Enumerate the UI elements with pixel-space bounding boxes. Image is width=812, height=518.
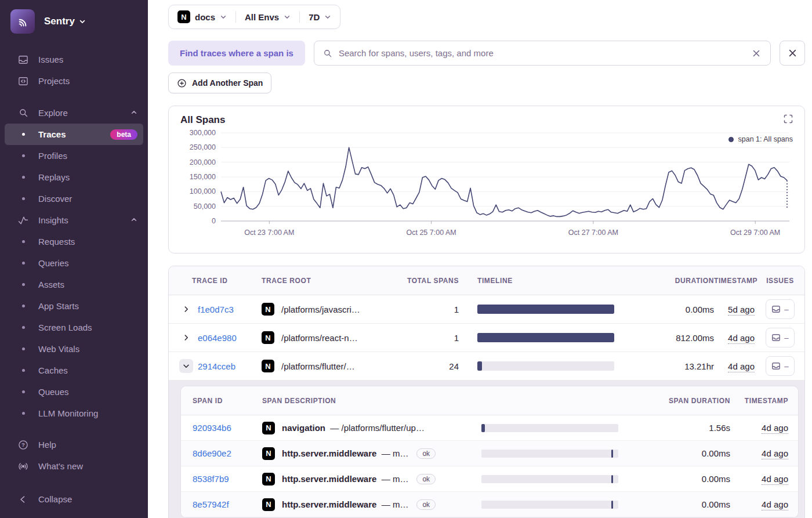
- sidebar-item-label: What's new: [38, 461, 83, 471]
- issues-icon: [771, 333, 781, 342]
- sidebar-item-queries[interactable]: Queries: [5, 252, 143, 274]
- sidebar-section-explore[interactable]: Explore: [5, 102, 143, 124]
- add-another-span-button[interactable]: Add Another Span: [168, 73, 271, 93]
- timestamp[interactable]: 4d ago: [728, 333, 755, 344]
- span-id-link[interactable]: 8538f7b9: [193, 474, 229, 484]
- svg-text:Oct 29 7:00 AM: Oct 29 7:00 AM: [730, 229, 780, 237]
- issues-button[interactable]: –: [766, 328, 795, 347]
- trace-root: /platforms/flutter/…: [281, 361, 355, 371]
- issues-count: –: [784, 305, 788, 314]
- project-selector[interactable]: N docs: [169, 10, 235, 23]
- sidebar-item-projects[interactable]: Projects: [5, 70, 143, 92]
- span-row: 8d6e90e2Nhttp.server.middleware — m…ok0.…: [181, 441, 798, 466]
- span-id-link[interactable]: 920934b6: [193, 423, 231, 433]
- bullet-icon: [17, 172, 29, 183]
- span-id-link[interactable]: 8d6e90e2: [193, 448, 231, 458]
- span-row: 8538f7b9Nhttp.server.middleware — m…ok0.…: [181, 466, 798, 492]
- col-trace-id: Trace ID: [169, 277, 262, 285]
- span-timestamp[interactable]: 4d ago: [762, 499, 788, 510]
- sidebar-item-app-starts[interactable]: App Starts: [5, 295, 143, 317]
- sidebar-item-queues[interactable]: Queues: [5, 381, 143, 403]
- timestamp[interactable]: 4d ago: [728, 361, 755, 372]
- trace-id-link[interactable]: f1e0d7c3: [198, 305, 234, 314]
- daterange-selector[interactable]: 7D: [300, 12, 340, 22]
- sidebar-item-caches[interactable]: Caches: [5, 360, 143, 381]
- broadcast-icon: [17, 461, 29, 472]
- fullscreen-icon: [784, 114, 793, 124]
- sidebar-item-web-vitals[interactable]: Web Vitals: [5, 338, 143, 360]
- sidebar-collapse[interactable]: Collapse: [5, 488, 143, 510]
- close-icon: [752, 49, 761, 58]
- span-description: http.server.middleware — m…: [282, 499, 408, 509]
- sidebar-item-discover[interactable]: Discover: [5, 188, 143, 209]
- svg-text:200,000: 200,000: [190, 158, 216, 166]
- sidebar-item-label: LLM Monitoring: [38, 408, 98, 418]
- remove-span-filter-button[interactable]: [780, 41, 805, 66]
- main-content: N docs All Envs 7D Find traces where a s…: [148, 0, 812, 518]
- span-id-link[interactable]: 8e57942f: [193, 499, 229, 509]
- bullet-icon: [17, 343, 29, 355]
- sidebar-item-label: Collapse: [38, 494, 72, 504]
- sidebar-section-insights[interactable]: Insights: [5, 209, 143, 231]
- chevron-down-icon: [220, 13, 227, 20]
- svg-text:300,000: 300,000: [190, 129, 216, 137]
- trace-id-link[interactable]: e064e980: [198, 333, 237, 343]
- bullet-icon: [17, 365, 29, 376]
- issues-icon: [17, 54, 29, 66]
- svg-text:?: ?: [21, 442, 25, 448]
- sidebar-item-issues[interactable]: Issues: [5, 49, 143, 70]
- span-timeline-bar: [481, 501, 618, 509]
- span-filter-row: Find traces where a span is: [168, 41, 805, 66]
- sidebar-item-screen-loads[interactable]: Screen Loads: [5, 317, 143, 338]
- clear-search-button[interactable]: [751, 48, 762, 59]
- trace-root: /platforms/javascri…: [281, 305, 360, 314]
- brand[interactable]: Sentry: [0, 9, 148, 34]
- sidebar-item-requests[interactable]: Requests: [5, 231, 143, 252]
- issues-count: –: [784, 362, 788, 371]
- issues-button[interactable]: –: [766, 356, 795, 376]
- span-search-input[interactable]: [339, 48, 745, 58]
- col-span-description: Span Description: [262, 397, 481, 405]
- sidebar-item-label: Issues: [38, 55, 63, 64]
- expand-trace-button[interactable]: [179, 331, 193, 345]
- sidebar-item-traces[interactable]: Tracesbeta: [5, 124, 143, 145]
- span-timestamp[interactable]: 4d ago: [762, 474, 788, 485]
- sidebar-item-profiles[interactable]: Profiles: [5, 145, 143, 166]
- bullet-icon: [17, 150, 29, 162]
- sidebar-item-assets[interactable]: Assets: [5, 274, 143, 295]
- chevron-down-icon: [324, 13, 331, 20]
- collapse-trace-button[interactable]: [179, 359, 193, 373]
- span-timestamp[interactable]: 4d ago: [762, 423, 788, 434]
- sidebar-item-llm-monitoring[interactable]: LLM Monitoring: [5, 403, 143, 424]
- sidebar-item-label: Screen Loads: [38, 323, 92, 332]
- sidebar-item-label: Traces: [38, 129, 66, 139]
- bullet-icon: [17, 322, 29, 334]
- trace-id-link[interactable]: 2914cceb: [198, 361, 235, 371]
- svg-text:Oct 25 7:00 AM: Oct 25 7:00 AM: [407, 229, 456, 237]
- sidebar-item-whats-new[interactable]: What's new: [5, 455, 143, 477]
- nextjs-project-icon: N: [262, 303, 274, 316]
- timestamp[interactable]: 5d ago: [728, 305, 755, 316]
- sidebar-item-label: Projects: [38, 76, 70, 86]
- span-table: Span IDSpan DescriptionSpan DurationTime…: [180, 386, 799, 518]
- environment-selector[interactable]: All Envs: [236, 12, 299, 22]
- trace-table-body: f1e0d7c3N/platforms/javascri…10.00ms5d a…: [169, 295, 804, 518]
- sidebar-item-replays[interactable]: Replays: [5, 166, 143, 188]
- expand-trace-button[interactable]: [179, 302, 193, 316]
- issues-button[interactable]: –: [766, 299, 795, 319]
- span-duration: 0.00ms: [618, 474, 730, 484]
- bullet-icon: [17, 258, 29, 269]
- environment-selector-label: All Envs: [245, 12, 279, 22]
- issues-icon: [771, 305, 781, 314]
- chart-legend[interactable]: span 1: All spans: [728, 135, 793, 143]
- insights-items: RequestsQueriesAssetsApp StartsScreen Lo…: [0, 231, 148, 424]
- col-trace-root: Trace Root: [262, 277, 395, 285]
- span-duration: 0.00ms: [618, 499, 730, 509]
- bullet-icon: [17, 386, 29, 398]
- span-timestamp[interactable]: 4d ago: [762, 448, 788, 459]
- sidebar-item-help[interactable]: ? Help: [5, 434, 143, 455]
- search-icon: [322, 48, 333, 59]
- svg-text:100,000: 100,000: [190, 187, 216, 195]
- chevron-down-icon: [79, 18, 86, 25]
- fullscreen-button[interactable]: [784, 114, 793, 125]
